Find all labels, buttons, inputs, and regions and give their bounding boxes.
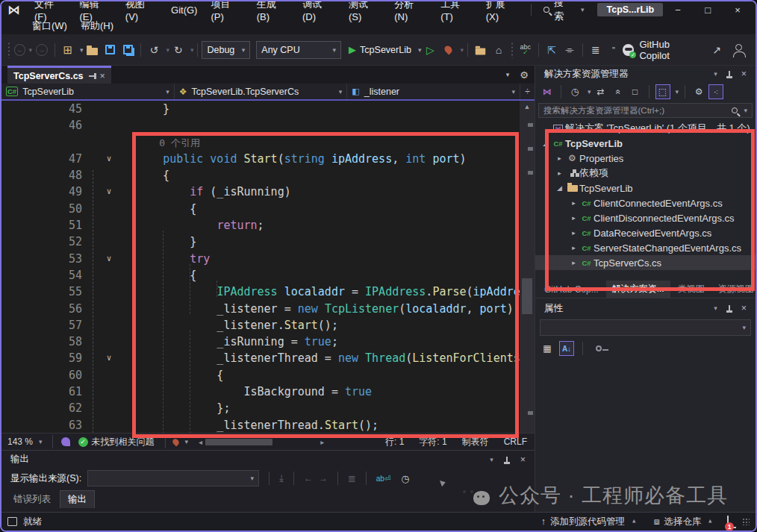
code-line[interactable]: 48 { [1,167,520,184]
find-in-files-icon[interactable] [476,48,486,54]
sync-active-document-icon[interactable]: ⋈ [540,84,555,99]
close-button[interactable]: × [723,1,753,18]
code-line[interactable]: 54 { [1,267,520,284]
tree-item-properties[interactable]: ▸⚙Properties [535,151,756,166]
start-without-debug-icon[interactable]: ▷ [422,41,438,59]
save-all-icon[interactable] [123,45,133,54]
panel-close-icon[interactable]: × [741,303,747,313]
eol-indicator[interactable]: CRLF [496,436,535,447]
panel-close-icon[interactable]: × [741,69,747,79]
property-key-icon[interactable] [596,345,602,351]
menu-item[interactable]: 窗口(W) [25,18,74,34]
fold-chevron-icon[interactable]: ∨ [82,151,136,167]
split-editor-icon[interactable]: ÷ [520,84,535,99]
menu-item[interactable]: 扩展(X) [479,1,525,18]
code-line[interactable]: 61 IsBackground = true [1,384,520,400]
tab-解决方案资-[interactable]: 解决方案资... [606,281,670,298]
toolbar-drag-handle[interactable] [7,42,10,58]
panel-pin-icon[interactable] [729,71,730,77]
code-line[interactable]: 51 return; [1,217,520,234]
solution-search-input[interactable]: 搜索解决方案资源管理器(Ctrl+;) ▾ [538,103,753,118]
output-source-dropdown[interactable]: ▾ [87,470,259,486]
live-share-person-icon[interactable] [735,44,742,51]
fold-chevron-icon[interactable]: ∨ [82,184,136,200]
add-to-source-control-button[interactable]: ↑ 添加到源代码管理 ▾ [532,516,645,528]
menu-item[interactable]: Git(G) [164,1,204,18]
show-all-files-icon[interactable]: ⬚ [655,84,670,99]
tab-GitHub-Cop-[interactable]: GitHub Cop... [538,282,605,297]
code-line[interactable]: 63 _listenerThread.Start(); [1,417,520,433]
code-line[interactable]: 59∨ _listenerThread = new Thread(ListenF… [1,350,520,366]
copilot-status-button[interactable]: GitHub Copilot [623,39,701,61]
tree-item--tcpseverlib-1-1-[interactable]: ⋈解决方案 'TcpSeverLib' (1 个项目，共 1 个) [535,121,756,136]
tab-输出[interactable]: 输出 [60,490,95,508]
panel-options-chevron-icon[interactable]: ▾ [490,456,493,463]
menu-item[interactable]: 生成(B) [250,1,296,18]
tree-item-serverstatechangedeventargs-cs[interactable]: ▸C#ServerStateChangedEventArgs.cs [535,240,756,255]
prev-message-icon[interactable]: ← [304,473,313,484]
char-indicator[interactable]: 字符: 1 [411,436,454,448]
collapsed-arrow-icon[interactable]: ▸ [554,154,565,162]
expanded-arrow-icon[interactable]: ◢ [554,184,565,192]
minimize-button[interactable]: − [663,1,693,18]
format-indent-icon[interactable]: ≣ [588,41,604,59]
line-indicator[interactable]: 行: 1 [378,436,411,448]
menu-item[interactable]: 调试(D) [296,1,342,18]
redo-icon[interactable]: ↻ [170,41,187,59]
peek-definition-icon[interactable]: ⌯ [561,41,578,59]
code-line[interactable]: 47∨ public void Start(string ipAddress, … [1,151,520,167]
codelens-references[interactable]: 0 个引用 [136,137,200,148]
collapse-all-icon[interactable]: « [611,84,626,99]
navigate-forward-icon[interactable]: → [36,44,48,56]
next-message-icon[interactable]: → [319,473,328,484]
hscroll-left-arrow[interactable]: ◂ [199,438,202,446]
tab-错误列表[interactable]: 错误列表 [6,491,58,508]
menu-item[interactable]: 编辑(E) [73,1,119,18]
tab-tcpservercs[interactable]: TcpServerCs.cs × [7,66,111,84]
tree-item-datareceivedeventargs-cs[interactable]: ▸C#DataReceivedEventArgs.cs [535,225,756,240]
timestamp-icon[interactable]: ◷ [401,473,409,484]
menu-item[interactable]: 项目(P) [204,1,249,18]
menu-item[interactable]: 工具(T) [434,1,479,18]
tree-item-clientconnectedeventargs-cs[interactable]: ▸C#ClientConnectedEventArgs.cs [535,195,756,210]
goto-message-icon[interactable]: ⤓ [279,472,284,484]
code-editor[interactable]: 45 }46 0 个引用47∨ public void Start(string… [1,101,520,433]
sort-alphabetical-icon[interactable]: A↓ [559,341,574,356]
wrench-icon[interactable]: ⚙ [691,84,706,99]
scrollbar-up-arrow[interactable]: ▲ [520,101,535,113]
fold-chevron-icon[interactable]: ∨ [82,251,136,267]
start-debug-button[interactable]: ▶ TcpSeverLib ▾ [349,44,421,55]
properties-window-icon[interactable]: □ [628,84,643,99]
panel-pin-icon[interactable] [729,305,730,311]
panel-close-icon[interactable]: × [520,454,526,465]
code-line[interactable]: 45 } [1,101,520,117]
menu-item[interactable]: 分析(N) [387,1,434,18]
select-repository-button[interactable]: ⧈ 选择仓库 ▾ [645,516,721,528]
tabs-indicator[interactable]: 制表符 [455,436,496,448]
share-icon[interactable]: ↗ [708,41,725,59]
tab-close-icon[interactable]: × [100,71,105,81]
debug-config-dropdown[interactable]: Debug▾ [202,41,250,59]
hot-reload-icon[interactable] [443,44,453,54]
code-line[interactable]: 58 _isRunning = true; [1,334,520,350]
tab-list-chevron-icon[interactable]: ▾ [502,66,514,84]
pending-changes-filter-icon[interactable]: ◷ [567,84,582,99]
editor-horizontal-scrollbar[interactable] [205,439,317,445]
menu-item[interactable]: 文件(F) [28,1,73,18]
categorize-icon[interactable]: ▦ [540,341,555,356]
toolbar-drag-handle[interactable] [511,42,514,58]
tab-资源视图[interactable]: 资源视图 [712,281,757,298]
notifications-button[interactable]: 1 [727,516,729,527]
open-file-icon[interactable] [87,48,98,55]
code-line[interactable]: 49∨ if (_isRunning) [1,184,520,200]
feedback-icon[interactable] [61,437,70,446]
panel-options-chevron-icon[interactable]: ▾ [714,70,717,78]
panel-options-chevron-icon[interactable]: ▾ [714,304,717,312]
zoom-dropdown[interactable]: 143 %▾ [1,436,49,447]
menu-item[interactable]: 帮助(H) [74,18,120,34]
switch-views-icon[interactable]: ⇄ [594,84,608,99]
new-project-icon[interactable]: ⊞ [60,41,76,59]
tab-类视图[interactable]: 类视图 [672,281,711,298]
panel-pin-icon[interactable] [506,457,508,463]
code-line[interactable]: 55 IPAddress localaddr = IPAddress.Parse… [1,284,520,300]
